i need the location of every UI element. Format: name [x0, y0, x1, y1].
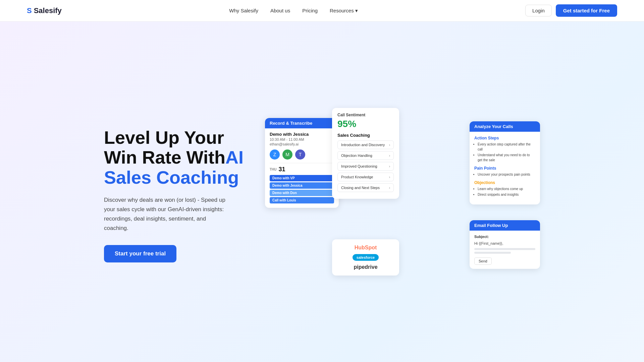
coaching-item-4[interactable]: Closing and Next Steps › [337, 183, 394, 192]
analyze-action-steps: Action Steps Every action step captured … [474, 136, 535, 163]
calendar-day: THU [270, 168, 277, 171]
email-card-header: Email Follow Up [470, 220, 540, 231]
teams-icon: T [295, 149, 305, 160]
navbar: SSalesify Why Salesify About us Pricing … [0, 0, 644, 21]
calendar-day-header: THU 31 [270, 166, 334, 173]
action-steps-title: Action Steps [474, 136, 535, 140]
analyze-objections: Objections Learn why objections come up … [474, 180, 535, 197]
chevron-icon-4: › [389, 186, 390, 190]
sentiment-coaching-card: Call Sentiment 95% Sales Coaching Introd… [332, 108, 399, 199]
hero-inner: Level Up Your Win Rate WithAI Sales Coac… [104, 108, 540, 282]
record-card-header: Record & Transcribe [265, 118, 339, 128]
chevron-icon-2: › [389, 165, 390, 168]
cal-item-1: Demo with Jessica [270, 182, 334, 189]
record-card-body: Demo with Jessica 10:30 AM - 11:00 AM et… [265, 128, 339, 208]
nav-why-salesify[interactable]: Why Salesify [229, 8, 258, 13]
email-subject-field: Subject: [474, 235, 535, 239]
analyze-card-body: Action Steps Every action step captured … [470, 132, 540, 204]
cal-item-2: Demo with Don [270, 190, 334, 196]
resources-dropdown-icon: ▾ [355, 8, 358, 14]
coaching-item-3[interactable]: Product Knowledge › [337, 173, 394, 181]
hero-title: Level Up Your Win Rate WithAI Sales Coac… [104, 128, 245, 187]
hero-title-line2: Win Rate With [104, 147, 225, 167]
meeting-name: Demo with Jessica [270, 132, 334, 137]
coaching-item-2[interactable]: Improved Questioning › [337, 162, 394, 171]
objections-title: Objections [474, 180, 535, 185]
coaching-item-1[interactable]: Objection Handling › [337, 151, 394, 160]
logo-s-letter: S [27, 6, 32, 15]
meeting-platform-icons: Z M T [270, 149, 334, 160]
analyze-card-header: Analyze Your Calls [470, 121, 540, 132]
hero-title-ai: AI [225, 147, 244, 167]
nav-links: Why Salesify About us Pricing Resources … [229, 8, 358, 14]
hero-title-coaching: Sales Coaching [104, 167, 239, 187]
chevron-icon-3: › [389, 175, 390, 179]
analyze-pain-points: Pain Points Uncover your prospects pain … [474, 166, 535, 177]
hero-title-line1: Level Up Your [104, 127, 224, 147]
pain-points-bullets: Uncover your prospects pain points [474, 172, 535, 177]
analyze-calls-card: Analyze Your Calls Action Steps Every ac… [470, 121, 540, 204]
email-body-line2 [474, 252, 511, 254]
email-body-line1 [474, 248, 535, 250]
zoom-icon: Z [270, 149, 280, 160]
nav-ctas: Login Get started for Free [525, 4, 617, 17]
calendar-section: THU 31 Demo with VP Demo with Jessica De… [270, 163, 334, 203]
cal-item-0: Demo with VP [270, 175, 334, 181]
free-trial-button[interactable]: Start your free trial [104, 245, 176, 262]
login-button[interactable]: Login [525, 5, 552, 16]
coaching-item-0[interactable]: Introduction and Discovery › [337, 140, 394, 149]
sentiment-percentage: 95% [337, 119, 394, 129]
pain-points-title: Pain Points [474, 166, 535, 171]
logo-text: Salesify [34, 6, 62, 15]
email-send-button[interactable]: Send [474, 257, 492, 265]
cal-item-3: Call with Louis [270, 197, 334, 203]
salesforce-badge: salesforce [353, 254, 379, 261]
hubspot-logo: HubSpot [355, 245, 377, 251]
coaching-title: Sales Coaching [337, 133, 394, 138]
integrations-card: HubSpot salesforce pipedrive [332, 239, 399, 276]
pipedrive-logo: pipedrive [354, 264, 377, 270]
email-body-preview: Hi {{First_name}}, [474, 241, 535, 245]
record-transcribe-card: Record & Transcribe Demo with Jessica 10… [265, 118, 339, 208]
email-followup-card: Email Follow Up Subject: Hi {{First_name… [470, 220, 540, 269]
hero-copy: Level Up Your Win Rate WithAI Sales Coac… [104, 128, 245, 262]
hero-section: Level Up Your Win Rate WithAI Sales Coac… [0, 21, 644, 362]
calendar-date: 31 [279, 166, 285, 173]
meeting-email: ethan@salesify.ai [270, 142, 334, 146]
google-meet-icon: M [282, 149, 292, 160]
objections-bullets: Learn why objections come up Direct snip… [474, 186, 535, 197]
meeting-time: 10:30 AM - 11:00 AM [270, 137, 334, 141]
email-card-body: Subject: Hi {{First_name}}, Send [470, 231, 540, 269]
sentiment-title: Call Sentiment [337, 113, 394, 117]
email-subject-label: Subject: [474, 235, 489, 239]
nav-resources[interactable]: Resources ▾ [330, 8, 358, 14]
nav-about-us[interactable]: About us [270, 8, 290, 13]
chevron-icon-0: › [389, 143, 390, 147]
hero-mockup: Record & Transcribe Demo with Jessica 10… [265, 108, 540, 282]
get-started-button[interactable]: Get started for Free [556, 4, 617, 17]
hero-description: Discover why deals are won (or lost) - S… [104, 195, 231, 233]
nav-pricing[interactable]: Pricing [302, 8, 318, 13]
action-steps-bullets: Every action step captured after the cal… [474, 142, 535, 163]
chevron-icon-1: › [389, 154, 390, 158]
logo[interactable]: SSalesify [27, 6, 62, 15]
